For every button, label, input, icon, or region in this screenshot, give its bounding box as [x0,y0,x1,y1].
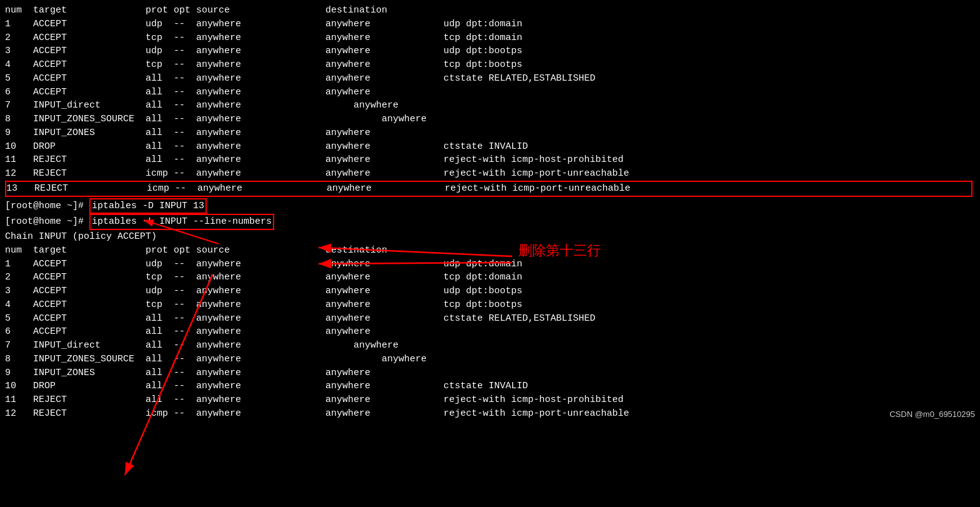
table-row: 4 ACCEPT tcp -- anywhere anywhere tcp dp… [5,298,975,312]
cmd-box-1: iptables -D INPUT 13 [89,198,207,214]
command-line-1: [root@home ~]# iptables -D INPUT 13 [5,198,975,214]
command-line-2: [root@home ~]# iptables -L INPUT --line-… [5,214,975,230]
table-row: 6 ACCEPT all -- anywhere anywhere [5,86,975,99]
table-row: 7 INPUT_direct all -- anywhere anywhere [5,99,975,113]
table-row: 11 REJECT all -- anywhere anywhere rejec… [5,153,975,167]
table-row: 10 DROP all -- anywhere anywhere ctstate… [5,379,975,393]
table-row: 2 ACCEPT tcp -- anywhere anywhere tcp dp… [5,31,975,45]
table-row: 5 ACCEPT all -- anywhere anywhere ctstat… [5,312,975,326]
cmd-box-2: iptables -L INPUT --line-numbers [89,214,274,230]
table-row-13: 13 REJECT icmp -- anywhere anywhere reje… [5,181,973,197]
table-row: 1 ACCEPT udp -- anywhere anywhere udp dp… [5,258,975,271]
chain-header: Chain INPUT (policy ACCEPT) [5,230,975,244]
table2-header: num target prot opt source destination [5,244,975,258]
table-row: 3 ACCEPT udp -- anywhere anywhere udp dp… [5,44,975,58]
watermark: CSDN @m0_69510295 [889,409,975,421]
table-row: 2 ACCEPT tcp -- anywhere anywhere tcp dp… [5,271,975,284]
table-row: 7 INPUT_direct all -- anywhere anywhere [5,339,975,353]
highlighted-row-13: 13 REJECT icmp -- anywhere anywhere reje… [5,181,975,197]
table-row: 6 ACCEPT all -- anywhere anywhere [5,325,975,339]
table-row: 3 ACCEPT udp -- anywhere anywhere udp dp… [5,284,975,298]
table-row: 8 INPUT_ZONES_SOURCE all -- anywhere any… [5,113,975,126]
table-row: 4 ACCEPT tcp -- anywhere anywhere tcp dp… [5,58,975,72]
table-row: 12 REJECT icmp -- anywhere anywhere reje… [5,167,975,181]
terminal-window: num target prot opt source destination 1… [0,0,980,424]
table1-header: num target prot opt source destination [5,4,975,18]
table-row: 9 INPUT_ZONES all -- anywhere anywhere [5,126,975,140]
table-row: 8 INPUT_ZONES_SOURCE all -- anywhere any… [5,353,975,366]
table-row: 1 ACCEPT udp -- anywhere anywhere udp dp… [5,18,975,31]
table-row: 11 REJECT all -- anywhere anywhere rejec… [5,393,975,407]
table-row: 10 DROP all -- anywhere anywhere ctstate… [5,140,975,154]
table-row: 5 ACCEPT all -- anywhere anywhere ctstat… [5,72,975,86]
table-row: 12 REJECT icmp -- anywhere anywhere reje… [5,407,975,421]
table-row: 9 INPUT_ZONES all -- anywhere anywhere [5,366,975,380]
